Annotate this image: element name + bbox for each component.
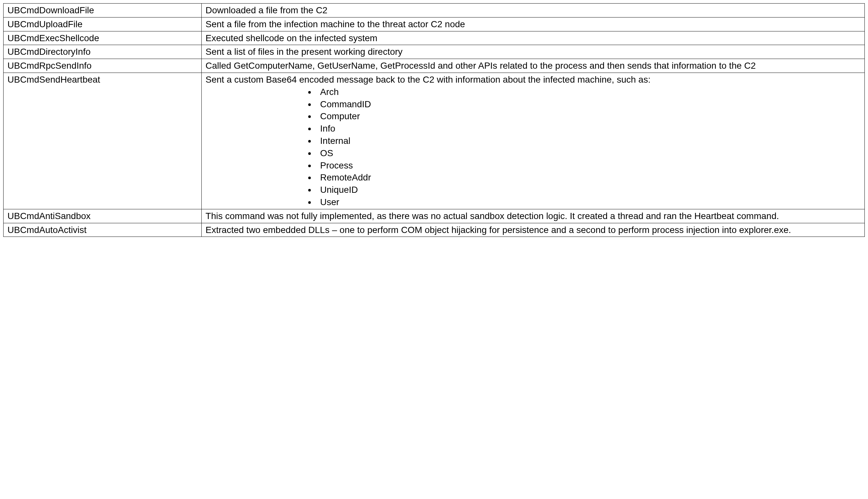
command-name: UBCmdUploadFile [3, 17, 202, 31]
list-item: Internal [316, 135, 860, 147]
table-row: UBCmdDownloadFile Downloaded a file from… [3, 3, 865, 17]
table-row: UBCmdAutoActivist Extracted two embedded… [3, 223, 865, 237]
command-desc: This command was not fully implemented, … [201, 209, 865, 223]
command-name: UBCmdDownloadFile [3, 3, 202, 17]
command-desc: Sent a custom Base64 encoded message bac… [201, 73, 865, 209]
command-desc: Sent a file from the infection machine t… [201, 17, 865, 31]
heartbeat-fields-list: Arch CommandID Computer Info Internal OS… [205, 86, 860, 208]
list-item: OS [316, 147, 860, 159]
list-item: UniqueID [316, 184, 860, 196]
table-row: UBCmdExecShellcode Executed shellcode on… [3, 31, 865, 45]
command-name: UBCmdDirectoryInfo [3, 45, 202, 59]
command-desc: Called GetComputerName, GetUserName, Get… [201, 59, 865, 73]
command-desc: Executed shellcode on the infected syste… [201, 31, 865, 45]
list-item: Process [316, 159, 860, 172]
command-desc-intro: Sent a custom Base64 encoded message bac… [205, 74, 651, 85]
table-row: UBCmdSendHeartbeat Sent a custom Base64 … [3, 73, 865, 209]
table-row: UBCmdAntiSandbox This command was not fu… [3, 209, 865, 223]
list-item: Info [316, 122, 860, 135]
table-row: UBCmdUploadFile Sent a file from the inf… [3, 17, 865, 31]
list-item: Arch [316, 86, 860, 98]
command-name: UBCmdExecShellcode [3, 31, 202, 45]
command-name: UBCmdAntiSandbox [3, 209, 202, 223]
list-item: RemoteAddr [316, 171, 860, 184]
table-row: UBCmdRpcSendInfo Called GetComputerName,… [3, 59, 865, 73]
list-item: User [316, 196, 860, 208]
list-item: CommandID [316, 98, 860, 110]
command-desc: Extracted two embedded DLLs – one to per… [201, 223, 865, 237]
command-name: UBCmdSendHeartbeat [3, 73, 202, 209]
command-desc: Downloaded a file from the C2 [201, 3, 865, 17]
command-name: UBCmdRpcSendInfo [3, 59, 202, 73]
command-desc: Sent a list of files in the present work… [201, 45, 865, 59]
command-name: UBCmdAutoActivist [3, 223, 202, 237]
list-item: Computer [316, 110, 860, 122]
command-table: UBCmdDownloadFile Downloaded a file from… [3, 3, 865, 237]
table-row: UBCmdDirectoryInfo Sent a list of files … [3, 45, 865, 59]
